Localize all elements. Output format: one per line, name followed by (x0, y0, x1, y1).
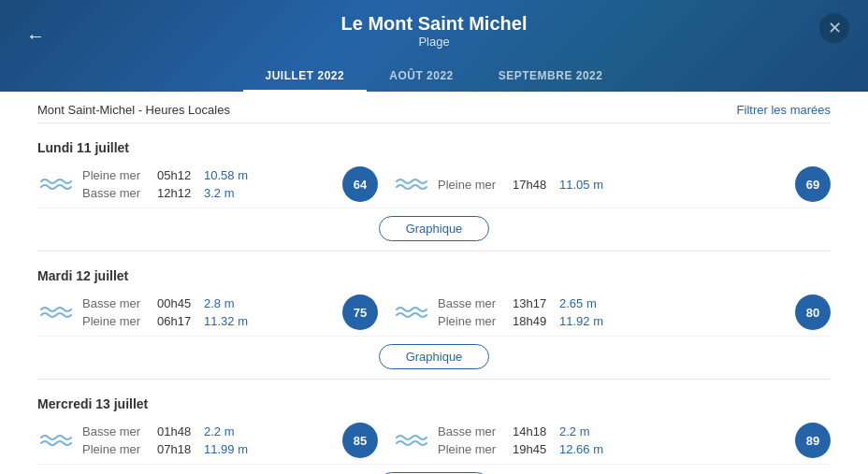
wave-icon-left-0 (37, 174, 75, 194)
score-left-0: 64 (342, 166, 378, 202)
tide-entry-left-1-0: Basse mer 00h45 2.8 m (82, 294, 327, 312)
left-col-0: Pleine mer 05h12 10.58 m Basse mer 12h12… (37, 161, 393, 208)
tide-type: Pleine mer (438, 442, 503, 456)
tide-entry-left-2-1: Pleine mer 07h18 11.99 m (82, 440, 327, 458)
left-col-2: Basse mer 01h48 2.2 m Pleine mer 07h18 1… (37, 417, 393, 464)
tide-entries-left-2: Basse mer 01h48 2.2 m Pleine mer 07h18 1… (75, 423, 327, 458)
right-col-2: Basse mer 14h18 2.2 m Pleine mer 19h45 1… (393, 417, 831, 464)
tide-entry-left-2-0: Basse mer 01h48 2.2 m (82, 423, 327, 440)
filter-link[interactable]: Filtrer les marées (737, 103, 831, 117)
tide-type: Pleine mer (438, 178, 503, 192)
days-container: Lundi 11 juillet Pleine mer 05h12 10.58 … (37, 123, 831, 474)
tide-entries-right-2: Basse mer 14h18 2.2 m Pleine mer 19h45 1… (438, 423, 780, 458)
tide-type: Pleine mer (82, 442, 148, 456)
subheader: Mont Saint-Michel - Heures Locales Filtr… (37, 92, 831, 123)
tide-entry-right-2-1: Pleine mer 19h45 12.66 m (438, 440, 780, 458)
graphique-row-2: Graphique (37, 465, 831, 474)
tab-juillet[interactable]: JUILLET 2022 (243, 62, 368, 92)
tide-entry-right-2-0: Basse mer 14h18 2.2 m (438, 423, 780, 440)
tide-type: Basse mer (82, 424, 148, 438)
tide-entry-left-0-0: Pleine mer 05h12 10.58 m (82, 166, 327, 184)
score-right-1: 80 (795, 294, 831, 330)
tide-entries-left-0: Pleine mer 05h12 10.58 m Basse mer 12h12… (75, 166, 327, 202)
tide-entry-right-1-1: Pleine mer 18h49 11.92 m (438, 312, 780, 330)
wave-icon-right-2 (393, 430, 430, 451)
tide-type: Pleine mer (438, 314, 503, 328)
page-subtitle: Plage (341, 35, 528, 49)
page-title: Le Mont Saint Michel (341, 13, 528, 35)
tide-time: 17h48 (513, 178, 550, 192)
tide-row-0: Pleine mer 05h12 10.58 m Basse mer 12h12… (37, 161, 831, 208)
wave-icon-left-1 (37, 302, 75, 323)
tide-height: 2.2 m (559, 424, 590, 438)
tide-height: 10.58 m (204, 168, 248, 182)
tide-time: 14h18 (513, 424, 550, 438)
day-label-1: Mardi 12 juillet (37, 261, 831, 289)
tide-type: Pleine mer (82, 314, 148, 328)
wave-icon-left-2 (37, 430, 75, 451)
tide-height: 11.99 m (204, 442, 248, 456)
tide-height: 12.66 m (559, 442, 603, 456)
score-right-0: 69 (795, 166, 831, 202)
score-left-1: 75 (342, 294, 378, 330)
tide-entries-right-0: Pleine mer 17h48 11.05 m (438, 176, 780, 194)
tab-aout[interactable]: AOÛT 2022 (367, 62, 476, 92)
header: ← Le Mont Saint Michel Plage ✕ JUILLET 2… (0, 0, 868, 92)
tide-entry-left-0-1: Basse mer 12h12 3.2 m (82, 184, 327, 202)
tide-entry-right-1-0: Basse mer 13h17 2.65 m (438, 294, 780, 312)
tab-septembre[interactable]: SEPTEMBRE 2022 (476, 62, 626, 92)
day-section-0: Lundi 11 juillet Pleine mer 05h12 10.58 … (37, 123, 831, 251)
tide-entry-right-0-0: Pleine mer 17h48 11.05 m (438, 176, 780, 194)
day-label-2: Mercredi 13 juillet (37, 389, 831, 417)
tide-time: 13h17 (513, 296, 550, 310)
tide-time: 07h18 (157, 442, 195, 456)
back-button[interactable]: ← (19, 22, 52, 50)
tide-time: 01h48 (157, 424, 195, 438)
tide-type: Basse mer (82, 186, 148, 200)
location-label: Mont Saint-Michel - Heures Locales (37, 103, 230, 117)
tide-row-1: Basse mer 00h45 2.8 m Pleine mer 06h17 1… (37, 289, 831, 337)
tide-time: 06h17 (157, 314, 195, 328)
tide-height: 11.32 m (204, 314, 248, 328)
tide-height: 2.65 m (559, 296, 597, 310)
tide-type: Pleine mer (82, 168, 148, 182)
tide-height: 2.2 m (204, 424, 235, 438)
day-section-2: Mercredi 13 juillet Basse mer 01h48 2.2 … (37, 380, 831, 474)
day-section-1: Mardi 12 juillet Basse mer 00h45 2.8 m P… (37, 251, 831, 380)
tide-height: 2.8 m (204, 296, 235, 310)
tide-row-2: Basse mer 01h48 2.2 m Pleine mer 07h18 1… (37, 417, 831, 465)
month-tabs: JUILLET 2022 AOÛT 2022 SEPTEMBRE 2022 (19, 62, 849, 92)
tide-time: 05h12 (157, 168, 195, 182)
score-right-2: 89 (795, 423, 831, 458)
tide-time: 00h45 (157, 296, 195, 310)
score-left-2: 85 (342, 423, 378, 458)
tide-time: 19h45 (513, 442, 550, 456)
tide-entries-right-1: Basse mer 13h17 2.65 m Pleine mer 18h49 … (438, 294, 780, 330)
left-col-1: Basse mer 00h45 2.8 m Pleine mer 06h17 1… (37, 289, 393, 336)
right-col-1: Basse mer 13h17 2.65 m Pleine mer 18h49 … (393, 289, 831, 336)
tide-type: Basse mer (438, 424, 503, 438)
graphique-button-0[interactable]: Graphique (379, 216, 490, 241)
graphique-row-0: Graphique (37, 208, 831, 251)
day-label-0: Lundi 11 juillet (37, 133, 831, 161)
content: Mont Saint-Michel - Heures Locales Filtr… (0, 92, 868, 474)
tide-height: 11.92 m (559, 314, 603, 328)
tide-entries-left-1: Basse mer 00h45 2.8 m Pleine mer 06h17 1… (75, 294, 327, 330)
wave-icon-right-0 (393, 174, 430, 194)
tide-height: 11.05 m (559, 178, 603, 192)
wave-icon-right-1 (393, 302, 430, 323)
graphique-button-1[interactable]: Graphique (379, 344, 490, 369)
tide-type: Basse mer (82, 296, 148, 310)
right-col-0: Pleine mer 17h48 11.05 m 69 (393, 161, 831, 208)
tide-time: 12h12 (157, 186, 195, 200)
tide-entry-left-1-1: Pleine mer 06h17 11.32 m (82, 312, 327, 330)
tide-height: 3.2 m (204, 186, 235, 200)
graphique-row-1: Graphique (37, 337, 831, 380)
settings-button[interactable]: ✕ (819, 13, 849, 43)
tide-time: 18h49 (513, 314, 550, 328)
tide-type: Basse mer (438, 296, 503, 310)
